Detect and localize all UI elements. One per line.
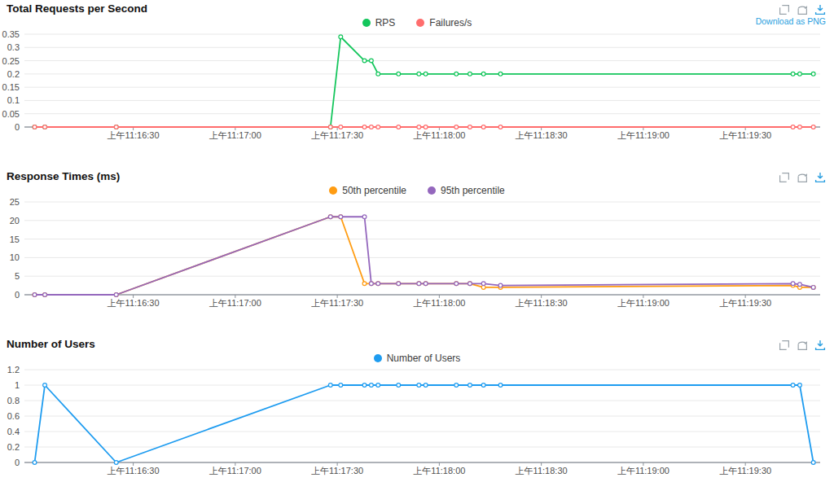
legend-item-rps[interactable]: RPS xyxy=(362,17,396,28)
x-tick-label: 上午11:17:30 xyxy=(311,298,363,308)
y-tick-label: 0.3 xyxy=(7,42,20,52)
response-times-chart-section: Response Times (ms) 50th percentile 95th… xyxy=(0,168,834,335)
data-point-marker xyxy=(498,125,503,129)
p50-legend-dot xyxy=(329,186,337,195)
page-title: Total Requests per Second xyxy=(0,0,834,16)
data-point-marker xyxy=(328,383,332,388)
x-tick-label: 上午11:17:30 xyxy=(311,130,363,140)
y-tick-label: 1 xyxy=(15,380,20,390)
data-point-marker xyxy=(424,383,428,388)
save-as-image-icon[interactable] xyxy=(814,4,826,15)
data-point-marker xyxy=(811,72,815,76)
x-tick-label: 上午11:18:30 xyxy=(516,466,568,476)
save-as-image-icon[interactable] xyxy=(814,340,826,351)
data-point-marker xyxy=(43,125,47,129)
y-tick-label: 25 xyxy=(10,197,20,207)
data-point-marker xyxy=(481,72,485,76)
box-zoom-icon[interactable] xyxy=(779,4,790,15)
save-as-image-icon[interactable] xyxy=(814,172,826,183)
data-point-marker xyxy=(468,72,472,76)
legend-item-number-of-users[interactable]: Number of Users xyxy=(374,353,461,364)
data-point-marker xyxy=(114,125,118,129)
legend-label: Number of Users xyxy=(387,353,461,364)
data-point-marker xyxy=(811,285,815,289)
x-tick-label: 上午11:17:00 xyxy=(209,130,261,140)
data-point-marker xyxy=(376,72,380,76)
data-point-marker xyxy=(498,383,503,388)
data-point-marker xyxy=(481,282,485,286)
x-tick-label: 上午11:19:30 xyxy=(719,298,771,308)
data-point-marker xyxy=(376,125,380,129)
chart-toolbox xyxy=(779,172,826,183)
box-zoom-icon[interactable] xyxy=(779,340,790,351)
rps-chart-section: Total Requests per Second Download as PN… xyxy=(0,0,834,168)
users-chart-legend: Number of Users xyxy=(0,352,834,365)
data-point-marker xyxy=(339,125,343,129)
data-point-marker xyxy=(362,282,367,286)
data-point-marker xyxy=(328,125,332,129)
y-tick-label: 0.05 xyxy=(2,109,20,119)
data-point-marker xyxy=(114,293,118,297)
data-point-marker xyxy=(397,72,401,76)
data-point-marker xyxy=(798,283,802,287)
data-point-marker xyxy=(369,125,373,129)
response-times-chart-legend: 50th percentile 95th percentile xyxy=(0,184,834,197)
data-point-marker xyxy=(791,383,795,388)
box-zoom-icon[interactable] xyxy=(779,172,790,183)
x-tick-label: 上午11:18:00 xyxy=(413,466,465,476)
data-point-marker xyxy=(376,282,380,286)
data-point-marker xyxy=(468,125,472,129)
x-tick-label: 上午11:19:00 xyxy=(617,466,669,476)
y-tick-label: 0.6 xyxy=(7,411,20,421)
data-point-marker xyxy=(43,383,47,388)
data-point-marker xyxy=(791,125,795,129)
users-legend-dot xyxy=(374,354,382,362)
response-times-chart-plot[interactable]: 0510152025上午11:16:30上午11:17:00上午11:17:30… xyxy=(0,197,834,315)
y-tick-label: 5 xyxy=(15,271,20,281)
y-tick-label: 10 xyxy=(10,252,20,262)
legend-label: 95th percentile xyxy=(441,185,505,196)
x-tick-label: 上午11:19:00 xyxy=(617,130,669,140)
data-point-marker xyxy=(798,72,802,76)
legend-item-50th-percentile[interactable]: 50th percentile xyxy=(329,185,406,196)
data-point-marker xyxy=(454,383,459,388)
y-tick-label: 0.2 xyxy=(7,69,20,79)
data-point-marker xyxy=(417,72,421,76)
data-point-marker xyxy=(811,461,815,465)
y-tick-label: 0.1 xyxy=(7,95,20,105)
x-tick-label: 上午11:18:00 xyxy=(413,130,465,140)
download-as-png-link[interactable]: Download as PNG xyxy=(756,16,826,26)
data-point-marker xyxy=(468,383,472,388)
data-point-marker xyxy=(417,282,421,286)
restore-icon[interactable] xyxy=(797,340,808,351)
series-line-number-of-users xyxy=(35,385,814,462)
y-tick-label: 0.4 xyxy=(7,427,20,436)
users-chart-section: Number of Users Number of Users 00.20.40… xyxy=(0,335,834,503)
y-tick-label: 0 xyxy=(15,122,20,132)
data-point-marker xyxy=(369,282,373,286)
restore-icon[interactable] xyxy=(797,172,808,183)
y-tick-label: 1.2 xyxy=(7,365,20,375)
data-point-marker xyxy=(498,72,503,76)
data-point-marker xyxy=(811,125,815,129)
rps-chart-plot[interactable]: 00.050.10.150.20.250.30.35上午11:16:30上午11… xyxy=(0,29,834,147)
data-point-marker xyxy=(397,282,401,286)
data-point-marker xyxy=(481,383,485,388)
chart-toolbox xyxy=(779,4,826,15)
legend-item-failures[interactable]: Failures/s xyxy=(416,17,472,28)
rps-chart-legend: RPS Failures/s xyxy=(0,16,834,29)
data-point-marker xyxy=(43,293,47,297)
data-point-marker xyxy=(339,215,343,219)
p95-legend-dot xyxy=(428,186,436,195)
data-point-marker xyxy=(362,59,367,63)
data-point-marker xyxy=(468,282,472,286)
users-chart-plot[interactable]: 00.20.40.60.811.2上午11:16:30上午11:17:00上午1… xyxy=(0,365,834,483)
data-point-marker xyxy=(339,35,343,39)
data-point-marker xyxy=(114,461,118,465)
y-tick-label: 0.25 xyxy=(2,56,20,66)
data-point-marker xyxy=(362,125,367,129)
restore-icon[interactable] xyxy=(797,4,808,15)
legend-item-95th-percentile[interactable]: 95th percentile xyxy=(428,185,505,196)
data-point-marker xyxy=(424,125,428,129)
x-tick-label: 上午11:16:30 xyxy=(108,466,160,476)
